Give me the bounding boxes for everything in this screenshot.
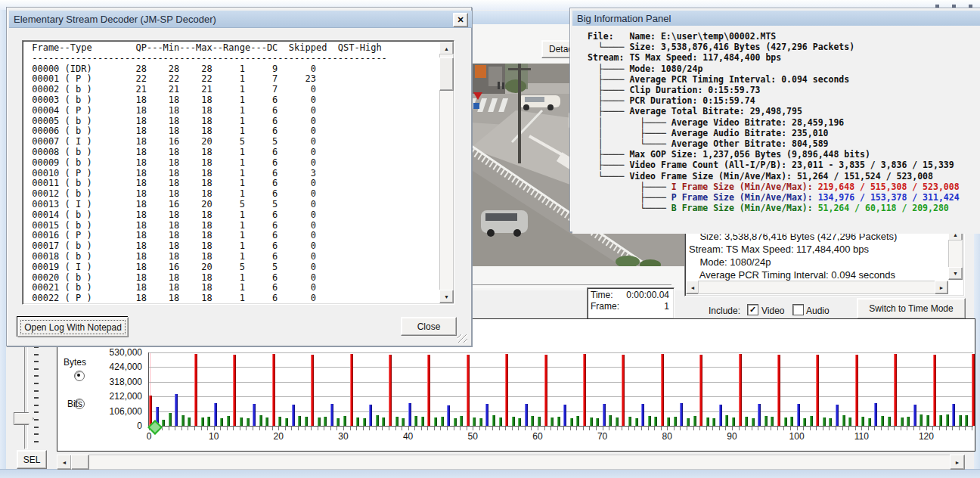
frame-bar-B[interactable] [395, 417, 399, 426]
frame-bar-B[interactable] [414, 416, 417, 426]
frame-bar-B[interactable] [576, 416, 579, 426]
sel-button[interactable]: SEL [17, 450, 47, 469]
frame-bar-P[interactable] [330, 404, 333, 426]
frame-bar-I[interactable] [272, 354, 275, 426]
chart-plot-area[interactable] [149, 352, 973, 426]
bytes-radio[interactable] [74, 371, 85, 381]
frame-bar-B[interactable] [725, 415, 728, 426]
frame-bar-B[interactable] [259, 415, 262, 426]
frame-bar-P[interactable] [214, 403, 217, 426]
frame-bar-P[interactable] [952, 404, 955, 426]
frame-bar-I[interactable] [427, 355, 430, 426]
scrollbar-thumb[interactable] [439, 57, 454, 91]
frame-bar-B[interactable] [518, 418, 521, 426]
frame-bar-B[interactable] [764, 416, 768, 426]
frame-bar-P[interactable] [913, 405, 916, 426]
frame-bar-B[interactable] [654, 417, 657, 426]
frame-bar-P[interactable] [641, 404, 644, 426]
switch-to-time-mode-button[interactable]: Switch to Time Mode [857, 298, 966, 319]
frame-bar-P[interactable] [408, 403, 411, 426]
frame-bar-I[interactable] [505, 354, 508, 426]
close-button[interactable]: ✕ [453, 13, 468, 27]
frame-bar-P[interactable] [485, 404, 488, 426]
frame-bar-B[interactable] [512, 417, 515, 426]
chart-hscrollbar-thumb[interactable] [71, 455, 89, 470]
scroll-left-button[interactable]: ◄ [57, 455, 72, 470]
frame-bar-B[interactable] [687, 418, 690, 426]
frame-bar-I[interactable] [739, 354, 742, 426]
frame-bar-I[interactable] [194, 354, 197, 426]
frame-bar-B[interactable] [531, 416, 534, 426]
frame-bar-P[interactable] [603, 404, 606, 426]
frame-bar-I[interactable] [311, 355, 314, 426]
frame-bar-B[interactable] [557, 417, 560, 426]
frame-bar-B[interactable] [907, 417, 910, 426]
frame-bar-I[interactable] [544, 355, 547, 426]
frame-bar-I[interactable] [233, 355, 236, 426]
frame-bar-P[interactable] [369, 405, 372, 426]
frame-bar-B[interactable] [829, 418, 832, 426]
frame-bar-I[interactable] [583, 354, 586, 426]
frame-bar-B[interactable] [901, 417, 904, 426]
frame-bar-B[interactable] [920, 414, 923, 426]
frame-bar-B[interactable] [318, 417, 321, 426]
frame-bar-B[interactable] [363, 418, 366, 426]
frame-bar-B[interactable] [926, 415, 929, 426]
frame-bar-B[interactable] [616, 417, 619, 426]
frame-bar-B[interactable] [790, 417, 793, 426]
frame-bar-B[interactable] [712, 418, 715, 426]
frame-bar-B[interactable] [570, 418, 573, 426]
frame-bar-B[interactable] [752, 418, 755, 426]
frame-bar-B[interactable] [842, 415, 845, 426]
frame-bar-P[interactable] [525, 404, 528, 426]
frame-bar-P[interactable] [253, 404, 256, 426]
frame-bar-B[interactable] [382, 417, 385, 426]
frame-bar-B[interactable] [771, 417, 774, 426]
frame-bar-B[interactable] [868, 418, 871, 426]
frame-bar-P[interactable] [292, 405, 295, 426]
frame-bar-B[interactable] [188, 417, 191, 426]
frame-bar-I[interactable] [972, 354, 975, 426]
scrollbar-track[interactable] [948, 240, 963, 268]
frame-bar-B[interactable] [492, 415, 495, 426]
frame-bar-B[interactable] [784, 417, 787, 426]
frame-bar-P[interactable] [175, 394, 178, 426]
es-decoder-titlebar[interactable]: Elementary Stream Decoder (JM-SP Decoder… [9, 11, 472, 28]
frame-bar-B[interactable] [635, 418, 638, 426]
frame-bar-B[interactable] [454, 418, 457, 426]
frame-bar-B[interactable] [823, 417, 826, 426]
frame-bar-B[interactable] [965, 415, 968, 426]
frame-bar-I[interactable] [467, 355, 470, 426]
zoom-slider-track[interactable] [24, 333, 28, 449]
frame-bar-P[interactable] [447, 405, 450, 426]
scroll-down-button[interactable]: ▼ [439, 290, 454, 303]
scroll-right-button[interactable]: ► [935, 281, 948, 294]
frame-bar-P[interactable] [563, 405, 566, 426]
frame-bar-B[interactable] [285, 418, 288, 426]
frame-bar-B[interactable] [745, 417, 748, 426]
video-checkbox[interactable]: ✓ [747, 304, 758, 315]
frame-bar-B[interactable] [434, 417, 437, 426]
frame-bar-B[interactable] [473, 417, 476, 426]
frame-bar-B[interactable] [343, 416, 346, 426]
frame-bar-B[interactable] [946, 414, 949, 426]
close-dialog-button[interactable]: Close [401, 317, 457, 336]
frame-bar-B[interactable] [590, 417, 593, 426]
scroll-right-button[interactable]: ► [950, 455, 965, 470]
frame-bar-B[interactable] [550, 417, 554, 426]
frame-bar-B[interactable] [674, 417, 677, 426]
frame-bar-I[interactable] [699, 355, 702, 426]
frame-bar-B[interactable] [848, 417, 851, 426]
frame-bar-B[interactable] [324, 417, 327, 426]
frame-bar-B[interactable] [181, 415, 185, 426]
frame-bar-B[interactable] [336, 418, 340, 426]
frame-bar-I[interactable] [933, 355, 936, 426]
frame-bar-B[interactable] [479, 418, 482, 426]
frame-bar-I[interactable] [816, 355, 819, 426]
scroll-down-button[interactable]: ▼ [948, 267, 963, 280]
open-log-button[interactable]: Open Log With Notepad [17, 317, 129, 337]
frame-bar-B[interactable] [421, 417, 424, 426]
audio-checkbox[interactable] [792, 304, 804, 315]
frame-bar-B[interactable] [648, 416, 651, 426]
frame-bar-B[interactable] [732, 417, 735, 426]
